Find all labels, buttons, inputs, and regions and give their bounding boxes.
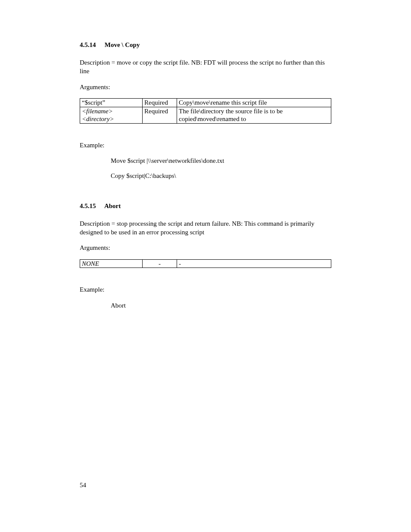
directory-placeholder: <directory>: [82, 115, 114, 122]
table-cell: Copy\move\rename this script file: [177, 98, 331, 107]
section-heading-4-5-15: 4.5.15 Abort: [80, 202, 331, 210]
page-number: 54: [80, 482, 86, 489]
table-cell: NONE: [80, 259, 143, 268]
section2-example-label: Example:: [80, 285, 331, 294]
section-number: 4.5.14: [80, 41, 103, 49]
section-number: 4.5.15: [80, 202, 103, 210]
section1-arguments-label: Arguments:: [80, 83, 331, 91]
example-line: Copy $script|C:\backups\: [111, 171, 331, 180]
section1-example-label: Example:: [80, 141, 331, 149]
example-line: Abort: [111, 301, 331, 310]
table-cell: -: [143, 259, 177, 268]
table-cell: Required: [143, 98, 177, 107]
section1-arguments-table: “$script” Required Copy\move\rename this…: [80, 98, 331, 124]
table-cell: The file\directory the source file is to…: [177, 107, 331, 124]
section-heading-4-5-14: 4.5.14 Move \ Copy: [80, 41, 331, 49]
table-row: <filename> <directory> Required The file…: [80, 107, 331, 124]
section2-arguments-label: Arguments:: [80, 243, 331, 252]
filename-placeholder: <filename>: [82, 108, 113, 115]
section-title: Move \ Copy: [105, 41, 140, 48]
table-cell: Required: [143, 107, 177, 124]
table-cell: “$script”: [80, 98, 143, 107]
section2-arguments-table: NONE - -: [80, 259, 331, 268]
page: 4.5.14 Move \ Copy Description = move or…: [0, 0, 411, 532]
example-line: Move $script |\\server\networkfiles\done…: [111, 156, 331, 165]
section2-description: Description = stop processing the script…: [80, 219, 331, 237]
table-cell: <filename> <directory>: [80, 107, 143, 124]
table-row: “$script” Required Copy\move\rename this…: [80, 98, 331, 107]
section-title: Abort: [104, 202, 121, 209]
section2-example-block: Abort: [111, 301, 331, 310]
section1-description: Description = move or copy the script fi…: [80, 58, 331, 76]
table-cell: -: [177, 259, 331, 268]
section1-example-block: Move $script |\\server\networkfiles\done…: [111, 156, 331, 180]
table-row: NONE - -: [80, 259, 331, 268]
